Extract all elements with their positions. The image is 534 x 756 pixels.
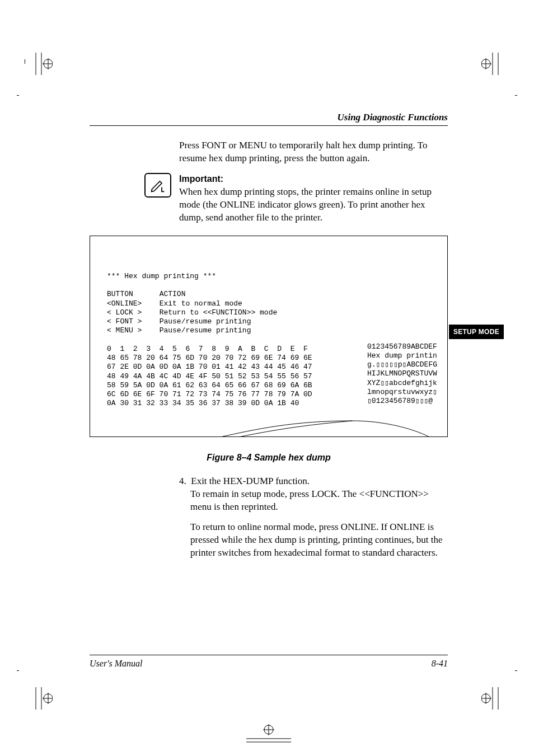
row-font-btn: < FONT > [107, 317, 142, 326]
ascii-row-2: g.▯▯▯▯▯p▯ABCDEFG [367, 360, 437, 369]
svg-point-2 [44, 59, 53, 68]
row-online-btn: <ONLINE> [107, 299, 142, 308]
th-action: ACTION [160, 290, 186, 298]
dot [515, 95, 517, 96]
step-4: 4. Exit the HEX-DUMP function. To remain… [179, 475, 448, 560]
crop-mark-bottom-right [481, 687, 526, 710]
dot [515, 670, 517, 671]
crop-tick [25, 59, 25, 64]
header-rule [90, 125, 448, 126]
crop-mark-bottom-left [8, 687, 53, 710]
ascii-row-0: 0123456789ABCDEF [367, 342, 437, 351]
intro-paragraph: Press FONT or MENU to temporarily halt h… [179, 139, 448, 165]
intro-text: Press FONT or MENU to temporarily halt h… [179, 139, 448, 165]
svg-point-12 [44, 694, 53, 703]
figure-caption: Figure 8–4 Sample hex dump [90, 453, 448, 463]
hex-row-3: 58 59 5A 0D 0A 61 62 63 64 65 66 67 68 6… [107, 381, 312, 389]
printout-title: *** Hex dump printing *** [107, 272, 216, 280]
side-tab-setup-mode: SETUP MODE [449, 325, 504, 339]
ascii-row-3: HIJKLMNOPQRSTUVW [367, 369, 437, 378]
ascii-row-4: XYZ▯▯abcdefghijk [367, 379, 437, 387]
crop-mark-top-left [8, 53, 53, 75]
hex-row-0: 48 65 78 20 64 75 6D 70 20 70 72 69 6E 7… [107, 354, 312, 362]
row-lock-act: Return to <<FUNCTION>> mode [160, 308, 278, 317]
crop-mark-top-right [481, 53, 526, 75]
step-number: 4. [179, 476, 186, 486]
svg-point-5 [481, 59, 490, 68]
footer-rule [90, 655, 448, 655]
important-note: Important: When hex dump printing stops,… [179, 173, 448, 224]
row-online-act: Exit to normal mode [160, 299, 242, 308]
running-head: Using Diagnostic Functions [90, 112, 448, 123]
hex-dump-printout: *** Hex dump printing *** BUTTON ACTION … [90, 236, 448, 437]
ascii-row-5: lmnopqrstuvwxyz▯ [367, 388, 437, 396]
crop-mark-bottom-center [246, 723, 291, 745]
important-label: Important: [179, 174, 223, 184]
row-font-act: Pause/resume printing [160, 317, 251, 326]
page-content: Using Diagnostic Functions Press FONT or… [90, 112, 448, 567]
important-body: When hex dump printing stops, the printe… [179, 186, 432, 223]
page-footer: User's Manual 8-41 [90, 655, 448, 669]
hex-row-1: 67 2E 0D 0A 0D 0A 1B 70 01 41 42 43 44 4… [107, 363, 312, 371]
footer-right: 8-41 [432, 659, 448, 669]
step-lead: Exit the HEX-DUMP function. [191, 476, 310, 486]
hex-header: 0 1 2 3 4 5 6 7 8 9 A B C D E F [107, 345, 308, 353]
svg-point-15 [481, 694, 490, 703]
step-para-2: To return to online normal mode, press O… [190, 521, 448, 560]
dot [17, 670, 19, 671]
ascii-column: 0123456789ABCDEF Hex dump printin g.▯▯▯▯… [367, 342, 437, 406]
row-menu-btn: < MENU > [107, 326, 142, 335]
page-curl [90, 397, 447, 436]
step-para-1: To remain in setup mode, press LOCK. The… [190, 488, 448, 514]
footer-left: User's Manual [90, 659, 143, 669]
dot [17, 95, 19, 96]
pen-note-icon [144, 173, 171, 198]
hex-row-2: 48 49 4A 4B 4C 4D 4E 4F 50 51 52 53 54 5… [107, 372, 312, 381]
ascii-row-1: Hex dump printin [367, 351, 437, 360]
row-menu-act: Pause/resume printing [160, 326, 251, 335]
svg-point-20 [264, 725, 273, 734]
row-lock-btn: < LOCK > [107, 308, 142, 317]
th-button: BUTTON [107, 290, 133, 298]
